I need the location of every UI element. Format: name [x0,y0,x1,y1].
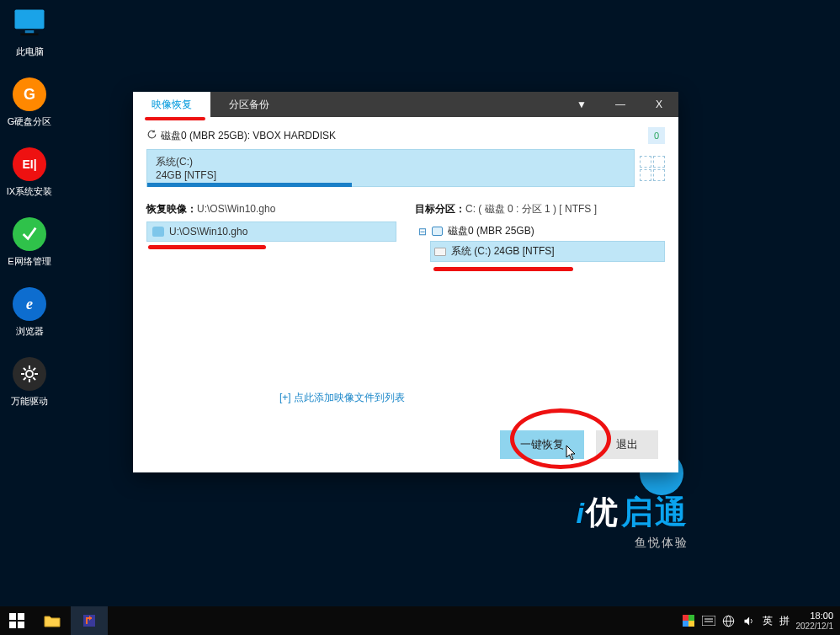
collapse-icon: ⊟ [418,226,427,237]
volume-icon[interactable] [742,614,756,627]
disk-icon [432,227,443,236]
unallocated-placeholder [640,149,665,187]
svg-rect-2 [21,34,39,36]
keyboard-icon[interactable] [702,614,715,627]
svg-rect-1 [25,30,35,34]
tab-partition-backup[interactable]: 分区备份 [210,92,288,117]
restore-dialog: 映像恢复 分区备份 ▼ — X 磁盘0 (MBR 25GB): VBOX HAR… [133,92,678,472]
dropdown-button[interactable]: ▼ [562,92,601,117]
desktop-icon-label: 此电脑 [16,45,44,58]
disk-header: 磁盘0 (MBR 25GB): VBOX HARDDISK 0 [146,127,665,144]
partition-name: 系统(C:) [156,155,625,169]
dialog-actions: 一键恢复 退出 [500,430,658,459]
svg-rect-13 [18,613,24,620]
close-icon: X [656,99,662,110]
refresh-icon[interactable] [146,129,157,142]
disk-section: 磁盘0 (MBR 25GB): VBOX HARDDISK 0 系统(C:) 2… [133,117,678,190]
ime-indicator-1[interactable]: 英 [763,614,773,628]
tray-color-icon[interactable] [682,614,695,627]
svg-line-8 [24,368,26,371]
desktop-icon-driver[interactable]: 万能驱动 [0,356,59,408]
svg-line-11 [33,368,35,371]
svg-rect-21 [702,616,715,626]
svg-rect-15 [18,622,24,628]
monitor-icon [12,7,47,42]
col-title-left: 恢复映像：U:\OS\Win10.gho [146,202,396,216]
tab-image-restore[interactable]: 映像恢复 [133,92,210,117]
svg-point-3 [26,371,33,377]
brand: i 优 启通 鱼悦体验 [577,491,688,551]
svg-rect-17 [683,615,688,621]
svg-rect-12 [9,613,16,620]
network-icon[interactable] [722,614,736,627]
app-icon [82,613,97,628]
columns: 恢复映像：U:\OS\Win10.gho U:\OS\Win10.gho 目标分… [133,190,678,271]
taskbar-item-restore-app[interactable] [71,606,108,635]
partition-usage-bar [147,183,352,187]
tree-partition-label: 系统 (C:) 24GB [NTFS] [451,244,555,259]
close-button[interactable]: X [640,92,678,117]
gear-icon [13,357,46,391]
folder-icon [434,248,446,256]
brand-you: 优 [586,491,619,534]
brand-subtitle: 鱼悦体验 [577,536,688,551]
svg-line-9 [33,377,35,380]
tray-date: 2022/12/1 [796,622,834,631]
desktop-icon-label: G硬盘分区 [8,115,52,128]
desktop-icon-system-install[interactable]: EI| IX系统安装 [0,147,59,198]
desktop-icon-label: E网络管理 [8,255,51,268]
tab-label: 分区备份 [229,98,269,112]
partition-bar[interactable]: 系统(C:) 24GB [NTFS] [146,149,635,187]
windows-icon [9,613,24,628]
annotation-scribble [145,117,205,120]
disk-title: 磁盘0 (MBR 25GB): VBOX HARDDISK [161,129,336,143]
col-title-right: 目标分区：C: ( 磁盘 0 : 分区 1 ) [ NTFS ] [415,202,665,216]
column-restore-image: 恢复映像：U:\OS\Win10.gho U:\OS\Win10.gho [146,202,396,271]
titlebar: 映像恢复 分区备份 ▼ — X [133,92,678,117]
svg-rect-14 [9,622,16,628]
one-click-restore-button[interactable]: 一键恢复 [500,430,584,459]
desktop-icon-this-pc[interactable]: 此电脑 [0,7,59,58]
ie-icon: e [13,287,46,321]
tree-partition-node[interactable]: 系统 (C:) 24GB [NTFS] [430,241,665,262]
annotation-scribble [148,245,266,249]
col-title-prefix: 目标分区： [415,203,465,215]
disk-index-badge: 0 [648,127,665,144]
column-target-partition: 目标分区：C: ( 磁盘 0 : 分区 1 ) [ NTFS ] ⊟ 磁盘0 (… [415,202,665,271]
col-title-value: C: ( 磁盘 0 : 分区 1 ) [ NTFS ] [465,203,597,215]
g-icon: G [13,77,46,111]
image-file-path: U:\OS\Win10.gho [169,226,247,237]
desktop-icon-net-manage[interactable]: E网络管理 [0,216,59,268]
desktop-icon-label: IX系统安装 [7,185,52,198]
folder-icon [44,614,61,627]
desktop-icon-label: 万能驱动 [11,395,48,408]
start-button[interactable] [0,606,34,635]
add-image-link-text: [+] 点此添加映像文件到列表 [279,392,405,403]
eix-icon: EI| [13,147,46,181]
chevron-down-icon: ▼ [577,99,587,110]
taskbar-item-explorer[interactable] [34,606,71,635]
image-file-item[interactable]: U:\OS\Win10.gho [146,221,396,242]
desktop-icon-disk-partition[interactable]: G G硬盘分区 [0,77,59,128]
tree-disk-label: 磁盘0 (MBR 25GB) [448,224,534,238]
ime-indicator-2[interactable]: 拼 [779,614,789,628]
exit-button[interactable]: 退出 [596,430,658,459]
desktop-icon-label: 浏览器 [16,325,44,338]
minimize-button[interactable]: — [601,92,640,117]
add-image-link[interactable]: [+] 点此添加映像文件到列表 [279,391,405,405]
col-title-prefix: 恢复映像： [146,203,197,215]
svg-rect-20 [688,621,694,627]
check-icon [13,217,46,251]
svg-rect-19 [683,621,688,627]
desktop-icon-browser[interactable]: e 浏览器 [0,286,59,338]
taskbar: 英 拼 18:00 2022/12/1 [0,606,840,635]
brand-qitong: 启通 [621,491,688,534]
partition-size: 24GB [NTFS] [156,169,625,181]
brand-logo: i 优 启通 [577,491,688,534]
col-title-value: U:\OS\Win10.gho [197,203,275,215]
ghost-file-icon [152,227,164,237]
minimize-icon: — [615,99,625,110]
tray-clock[interactable]: 18:00 2022/12/1 [796,611,834,630]
tree-disk-node[interactable]: ⊟ 磁盘0 (MBR 25GB) [415,221,665,241]
annotation-scribble [433,267,573,271]
